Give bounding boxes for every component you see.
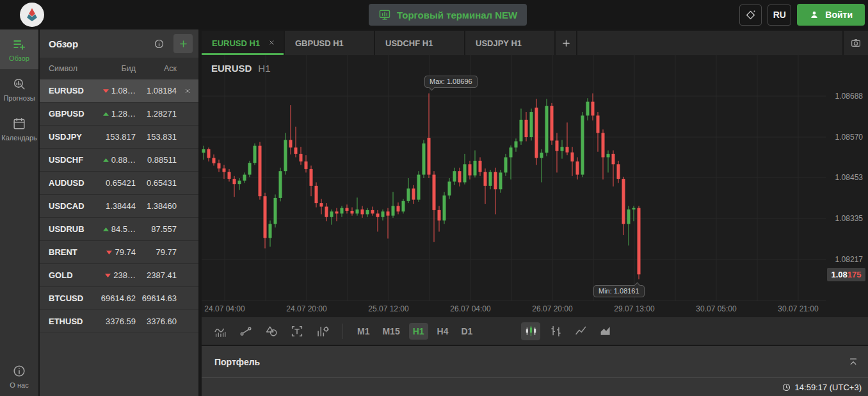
chart-type-line-button[interactable] — [571, 322, 590, 340]
time-tick-label: 26.07 04:00 — [442, 304, 499, 313]
column-symbol[interactable]: Символ — [49, 64, 88, 73]
watchlist-row[interactable]: GBPUSD1.28…1.28271 — [40, 103, 198, 126]
bid-value: 3376.59 — [88, 317, 136, 326]
timeframe-h4[interactable]: H4 — [433, 323, 453, 340]
watchlist-row[interactable]: USDCAD1.384441.38460 — [40, 195, 198, 218]
login-button[interactable]: Войти — [797, 4, 865, 26]
chart-tab[interactable]: USDJPY H1 — [465, 31, 554, 55]
symbol-label: USDRUB — [49, 224, 88, 234]
symbol-label: GBPUSD — [49, 109, 88, 119]
symbol-label: USDCHF — [49, 155, 88, 165]
expand-panel-button[interactable] — [848, 356, 859, 368]
topbar: Торговый терминал NEW RU Войти — [0, 0, 868, 29]
more-timeframes-button[interactable] — [481, 323, 498, 340]
time-tick-label: 30.07 05:00 — [687, 304, 745, 313]
time-tick-label: 30.07 21:00 — [769, 304, 827, 313]
drawing-tools — [211, 322, 339, 340]
time-tick-label: 26.07 20:00 — [524, 304, 581, 313]
chart-timeframe: H1 — [258, 63, 270, 74]
add-chart-tab-button[interactable] — [556, 31, 576, 55]
sidebar-item-overview[interactable]: Обзор — [0, 29, 38, 69]
login-label: Войти — [825, 10, 853, 20]
watchlist-row[interactable]: AUDUSD0.654210.65431 — [40, 172, 198, 195]
plus-icon — [178, 38, 189, 49]
watchlist-row[interactable]: GOLD238…2387.41 — [40, 264, 198, 287]
trend-down-icon — [103, 88, 109, 94]
chart-tab-bar: EURUSD H1GBPUSD H1USDCHF H1USDJPY H1 — [202, 31, 868, 55]
bid-text: 153.817 — [106, 132, 136, 142]
chart-type-area-icon — [599, 324, 613, 338]
timeframe-m1[interactable]: M1 — [353, 323, 373, 340]
tab-label: GBPUSD H1 — [295, 38, 344, 48]
topbar-actions: RU Войти — [739, 4, 865, 26]
timeframe-d1[interactable]: D1 — [458, 323, 477, 340]
candlestick-plot[interactable] — [202, 55, 868, 317]
left-sidebar: ОбзорПрогнозыКалендарьО нас — [0, 29, 38, 396]
sidebar-item-forecasts[interactable]: Прогнозы — [0, 69, 38, 109]
close-tab-button[interactable] — [268, 38, 275, 48]
ask-value: 2387.41 — [136, 270, 177, 280]
trading-terminal-app: Торговый терминал NEW RU Войти ОбзорПрог… — [0, 0, 868, 396]
chart-type-bars-button[interactable] — [546, 322, 565, 340]
chart-tab[interactable]: GBPUSD H1 — [285, 31, 374, 55]
ask-value: 153.831 — [136, 132, 177, 142]
watchlist-row[interactable]: USDJPY153.817153.831 — [40, 126, 198, 149]
time-tick-label: 29.07 13:00 — [606, 304, 663, 313]
timeframe-h1[interactable]: H1 — [409, 323, 428, 340]
ask-value: 0.65431 — [136, 178, 177, 188]
screenshot-button[interactable] — [844, 31, 868, 55]
remove-symbol-button[interactable] — [177, 87, 198, 95]
theme-toggle-button[interactable] — [739, 4, 762, 26]
watchlist-row[interactable]: USDCHF0.88…0.88511 — [40, 149, 198, 172]
time-tick-label: 24.07 04:00 — [202, 304, 253, 313]
text-tool-button[interactable] — [287, 322, 307, 340]
chart-type-candles-button[interactable] — [521, 322, 540, 340]
watchlist-panel: Обзор Символ Бид Аск EURUSD1.08…1.08184G… — [40, 29, 198, 396]
column-bid[interactable]: Бид — [88, 64, 136, 73]
shapes-icon — [264, 324, 278, 338]
clock-icon — [782, 383, 791, 392]
watchlist-row[interactable]: USDRUB84.5…87.557 — [40, 218, 198, 241]
chart-canvas[interactable]: EURUSDH1 1.086881.085701.084531.083351.0… — [202, 55, 868, 317]
column-menu-button[interactable] — [177, 64, 198, 74]
trend-down-icon — [105, 273, 111, 278]
chart-tab[interactable]: EURUSD H1 — [202, 31, 284, 55]
ask-value: 1.28271 — [136, 109, 177, 119]
timeframe-m15[interactable]: M15 — [378, 323, 403, 340]
bid-value: 69614.62 — [88, 293, 136, 303]
chart-tab[interactable]: USDCHF H1 — [375, 31, 464, 55]
diamond-sparkle-icon — [744, 9, 757, 21]
watchlist-row[interactable]: BTCUSD69614.6269614.63 — [40, 287, 198, 310]
calendar-icon — [12, 117, 26, 131]
bid-text: 84.5… — [111, 224, 136, 234]
watchlist-row[interactable]: BRENT79.7479.77 — [40, 241, 198, 264]
chart-settings-button[interactable] — [313, 322, 332, 340]
info-icon[interactable] — [154, 38, 165, 49]
price-tick-label: 1.08570 — [826, 133, 863, 142]
chart-title: EURUSDH1 — [211, 63, 271, 74]
sidebar-item-about[interactable]: О нас — [0, 356, 38, 396]
tab-label: USDCHF H1 — [385, 38, 433, 48]
trading-terminal-button[interactable]: Торговый терминал NEW — [369, 4, 527, 26]
add-symbol-button[interactable] — [173, 34, 193, 53]
bid-value: 153.817 — [88, 132, 136, 142]
user-icon — [809, 10, 819, 20]
ask-value: 87.557 — [136, 224, 177, 234]
sidebar-item-label: Прогнозы — [3, 94, 35, 102]
shapes-button[interactable] — [262, 322, 281, 340]
indicators-button[interactable] — [211, 322, 230, 340]
chart-type-bars-icon — [549, 324, 563, 338]
sidebar-item-calendar[interactable]: Календарь — [0, 109, 38, 149]
logo-gem-icon — [24, 6, 40, 23]
language-button[interactable]: RU — [768, 4, 791, 26]
app-logo[interactable] — [20, 3, 44, 27]
ask-value: 69614.63 — [136, 293, 177, 303]
column-ask[interactable]: Аск — [136, 64, 177, 73]
chart-type-area-button[interactable] — [596, 322, 615, 340]
bid-value: 1.38444 — [88, 201, 136, 211]
sidebar-item-label: О нас — [10, 381, 28, 389]
watchlist-row[interactable]: ETHUSD3376.593376.60 — [40, 310, 198, 333]
watchlist-row[interactable]: EURUSD1.08…1.08184 — [40, 79, 198, 103]
sidebar-item-label: Обзор — [9, 54, 29, 62]
segments-button[interactable] — [236, 322, 255, 340]
